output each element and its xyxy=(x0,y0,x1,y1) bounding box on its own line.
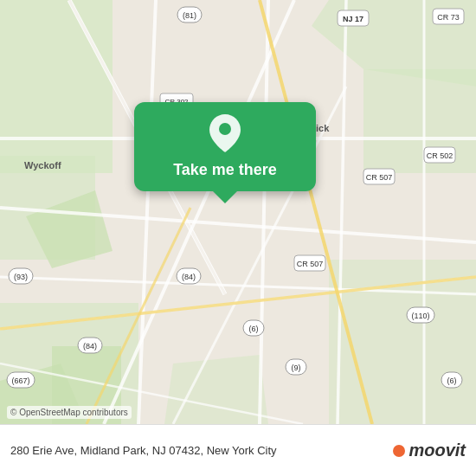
svg-text:ick: ick xyxy=(316,123,330,133)
svg-text:(93): (93) xyxy=(14,273,28,281)
svg-text:Wyckoff: Wyckoff xyxy=(24,160,61,170)
svg-text:NJ 17: NJ 17 xyxy=(343,15,363,23)
svg-text:(667): (667) xyxy=(11,376,29,385)
take-me-there-button[interactable]: Take me there xyxy=(134,102,316,191)
svg-text:(6): (6) xyxy=(249,325,259,333)
svg-text:(6): (6) xyxy=(447,376,457,385)
svg-text:(84): (84) xyxy=(182,273,196,281)
address-text: 280 Erie Ave, Midland Park, NJ 07432, Ne… xyxy=(10,444,393,457)
svg-text:CR 73: CR 73 xyxy=(437,13,460,22)
svg-text:(84): (84) xyxy=(83,342,97,351)
map-container: NJ 17 CR 73 CR 507 CR 502 CR 507 (81) (9… xyxy=(0,0,476,424)
svg-rect-1 xyxy=(0,0,113,173)
svg-text:(110): (110) xyxy=(411,312,429,320)
map-background: NJ 17 CR 73 CR 507 CR 502 CR 507 (81) (9… xyxy=(0,0,476,424)
svg-text:CR 507: CR 507 xyxy=(297,260,324,268)
copyright-text: © OpenStreetMap contributors xyxy=(7,406,132,419)
svg-text:CR 502: CR 502 xyxy=(427,151,453,160)
svg-text:(9): (9) xyxy=(292,363,301,372)
svg-rect-7 xyxy=(363,69,476,173)
moovit-logo: moovit xyxy=(393,441,466,460)
svg-point-59 xyxy=(219,123,231,135)
map-pin-icon xyxy=(209,114,241,156)
moovit-dot-icon xyxy=(393,445,405,457)
svg-text:(81): (81) xyxy=(183,11,196,20)
svg-text:CR 507: CR 507 xyxy=(366,173,393,182)
bottom-bar: 280 Erie Ave, Midland Park, NJ 07432, Ne… xyxy=(0,424,476,476)
take-me-there-label: Take me there xyxy=(173,161,277,179)
moovit-logo-text: moovit xyxy=(408,441,466,460)
